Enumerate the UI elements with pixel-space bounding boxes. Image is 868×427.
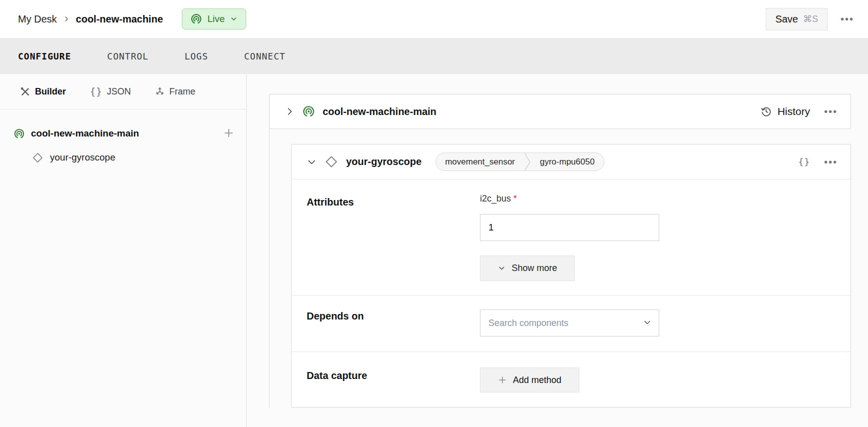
config-sidebar: Builder {} JSON Frame bbox=[0, 74, 247, 427]
view-frame[interactable]: Frame bbox=[155, 86, 195, 97]
nesting-guideline bbox=[269, 129, 270, 408]
page-tabbar: CONFIGURE CONTROL LOGS CONNECT bbox=[0, 38, 868, 74]
diamond-icon bbox=[32, 152, 43, 164]
add-method-button[interactable]: Add method bbox=[480, 368, 579, 392]
view-builder-label: Builder bbox=[35, 86, 66, 97]
breadcrumb-current: cool-new-machine bbox=[76, 14, 163, 25]
expand-chevron-icon[interactable] bbox=[285, 106, 295, 116]
config-main-area: cool-new-machine-main History ••• bbox=[247, 74, 868, 427]
required-asterisk: * bbox=[513, 194, 517, 204]
view-json[interactable]: {} JSON bbox=[90, 86, 131, 97]
component-card-menu-icon[interactable]: ••• bbox=[824, 157, 838, 167]
i2c-bus-input[interactable] bbox=[480, 214, 659, 241]
i2c-bus-field-label: i2c_bus* bbox=[480, 194, 517, 204]
depends-on-section: Depends on bbox=[292, 296, 851, 352]
broadcast-icon bbox=[13, 128, 25, 140]
component-tree: cool-new-machine-main your-gyroscope bbox=[0, 110, 246, 170]
app-header: My Desk cool-new-machine Live Save ⌘S ••… bbox=[0, 0, 868, 38]
broadcast-icon bbox=[302, 105, 315, 118]
component-type-tag: movement_sensor bbox=[436, 157, 524, 167]
data-capture-label: Data capture bbox=[307, 370, 367, 382]
tag-divider-chevron-icon bbox=[524, 153, 531, 171]
component-type-model-tag: movement_sensor gyro-mpu6050 bbox=[435, 152, 604, 171]
add-method-label: Add method bbox=[513, 375, 561, 386]
add-component-icon[interactable] bbox=[223, 128, 234, 138]
breadcrumb-parent-link[interactable]: My Desk bbox=[18, 14, 57, 25]
plus-icon bbox=[498, 376, 507, 384]
attributes-label: Attributes bbox=[307, 196, 354, 208]
component-card-header: your-gyroscope movement_sensor gyro-mpu6… bbox=[292, 144, 851, 180]
tools-icon bbox=[20, 86, 30, 97]
save-shortcut-hint: ⌘S bbox=[803, 14, 818, 24]
tree-component-name: your-gyroscope bbox=[50, 152, 115, 163]
json-mode-icon[interactable]: {} bbox=[798, 156, 810, 167]
depends-on-search-input[interactable] bbox=[480, 310, 659, 336]
machine-status-badge[interactable]: Live bbox=[182, 8, 246, 30]
component-card: your-gyroscope movement_sensor gyro-mpu6… bbox=[291, 144, 851, 408]
data-capture-section: Data capture Add method bbox=[292, 352, 851, 408]
tab-connect[interactable]: CONNECT bbox=[244, 51, 286, 62]
part-card-title: cool-new-machine-main bbox=[323, 106, 436, 118]
collapse-chevron-icon[interactable] bbox=[307, 157, 317, 167]
broadcast-icon bbox=[190, 13, 202, 25]
tab-configure[interactable]: CONFIGURE bbox=[18, 51, 71, 62]
chevron-right-icon bbox=[63, 16, 70, 22]
tab-control[interactable]: CONTROL bbox=[107, 51, 149, 62]
braces-icon: {} bbox=[90, 86, 102, 97]
view-builder[interactable]: Builder bbox=[20, 86, 66, 97]
diamond-icon bbox=[325, 155, 338, 168]
save-button[interactable]: Save ⌘S bbox=[766, 8, 828, 30]
component-card-title: your-gyroscope bbox=[346, 156, 422, 168]
tab-logs[interactable]: LOGS bbox=[184, 51, 208, 62]
history-icon bbox=[760, 106, 772, 118]
component-model-tag: gyro-mpu6050 bbox=[531, 157, 604, 167]
view-frame-label: Frame bbox=[169, 86, 195, 97]
header-overflow-menu-icon[interactable]: ••• bbox=[841, 14, 854, 24]
save-button-label: Save bbox=[775, 14, 798, 25]
history-label: History bbox=[778, 106, 810, 118]
history-button[interactable]: History bbox=[760, 106, 810, 118]
tree-item-machine-part[interactable]: cool-new-machine-main bbox=[0, 122, 246, 146]
status-label: Live bbox=[207, 14, 225, 24]
show-more-button[interactable]: Show more bbox=[480, 256, 575, 281]
machine-part-card: cool-new-machine-main History ••• bbox=[269, 94, 851, 129]
frame-axes-icon bbox=[155, 86, 165, 96]
attributes-section: Attributes i2c_bus* Show more bbox=[292, 180, 851, 296]
breadcrumb: My Desk cool-new-machine bbox=[18, 14, 163, 25]
depends-on-label: Depends on bbox=[307, 310, 364, 322]
view-json-label: JSON bbox=[107, 86, 131, 97]
show-more-label: Show more bbox=[511, 263, 557, 274]
config-view-switcher: Builder {} JSON Frame bbox=[0, 74, 246, 110]
part-card-menu-icon[interactable]: ••• bbox=[824, 106, 838, 116]
tree-part-name: cool-new-machine-main bbox=[31, 128, 139, 139]
chevron-down-icon bbox=[230, 15, 238, 23]
chevron-down-icon bbox=[497, 264, 506, 272]
tree-item-component[interactable]: your-gyroscope bbox=[0, 146, 246, 170]
